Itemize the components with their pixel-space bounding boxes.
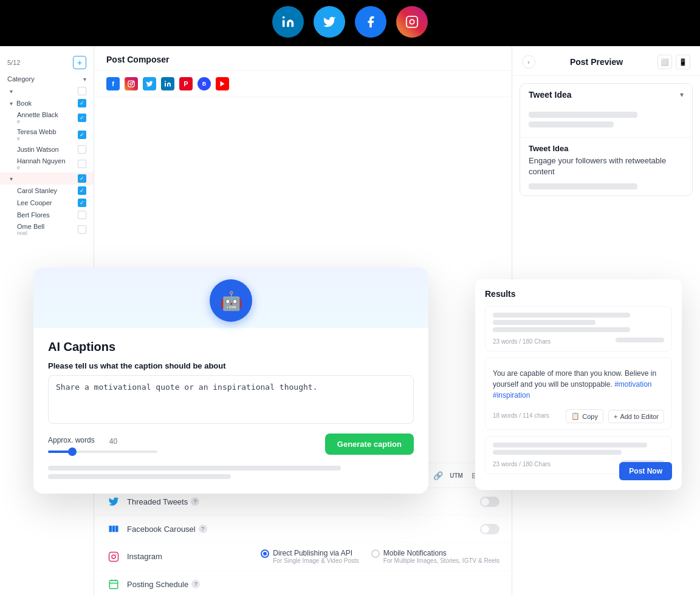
- list-item[interactable]: Bert Flores: [0, 209, 94, 221]
- tweet-idea-body: [520, 106, 692, 137]
- ai-form-label: Please tell us what the caption should b…: [48, 361, 414, 370]
- item-checkbox[interactable]: [78, 114, 86, 122]
- list-item[interactable]: Justin Watson: [0, 143, 94, 155]
- list-item[interactable]: ▾ Book: [0, 97, 94, 109]
- placeholder-line: [493, 443, 647, 447]
- item-expand: ▾: [10, 100, 13, 107]
- facebook-carousel-help[interactable]: ?: [199, 525, 207, 533]
- item-checkbox[interactable]: [78, 186, 86, 195]
- instagram-icon[interactable]: [396, 6, 428, 38]
- platform-buffer[interactable]: B: [197, 77, 211, 90]
- tweet-idea-card: Tweet Idea ▾ Tweet Idea Engage your foll…: [520, 83, 693, 196]
- panel-expand-btn[interactable]: ›: [522, 55, 535, 69]
- ai-robot-icon: 🤖: [210, 279, 252, 322]
- ai-captions-title: AI Captions: [48, 340, 115, 353]
- platform-pinterest[interactable]: P: [179, 77, 193, 90]
- instagram-label: Instagram: [127, 552, 251, 561]
- mobile-preview-btn[interactable]: 📱: [676, 55, 690, 69]
- item-checkbox[interactable]: [78, 160, 86, 168]
- ai-words-section: Approx. words 40: [48, 436, 325, 453]
- direct-publishing-radio[interactable]: [261, 549, 269, 558]
- item-checkbox[interactable]: [78, 174, 86, 183]
- instagram-feature-icon: [106, 549, 121, 564]
- platform-linkedin[interactable]: [161, 77, 174, 90]
- placeholder-line: [529, 121, 614, 127]
- ai-caption-textarea[interactable]: Share a motivational quote or an inspira…: [48, 375, 414, 424]
- mobile-notifications-radio[interactable]: [371, 549, 380, 558]
- mobile-notifications-sub: For Multiple Images, Stories, IGTV & Ree…: [383, 557, 499, 564]
- item-checkbox[interactable]: [78, 199, 86, 207]
- direct-publishing-option[interactable]: Direct Publishing via API For Single Ima…: [261, 549, 359, 564]
- add-to-editor-button[interactable]: + Add to Editor: [608, 410, 664, 423]
- threaded-tweets-help[interactable]: ?: [191, 497, 199, 506]
- sidebar-add-button[interactable]: +: [73, 56, 86, 69]
- svg-rect-8: [115, 526, 118, 532]
- item-expand: ▾: [10, 175, 13, 182]
- post-composer-title: Post Composer: [106, 55, 169, 64]
- sidebar-category[interactable]: Category ▾: [0, 73, 94, 85]
- ai-captions-modal: 🤖 AI Captions Please tell us what the ca…: [33, 267, 428, 494]
- item-checkbox[interactable]: [78, 99, 86, 107]
- list-item[interactable]: ▾: [0, 85, 94, 97]
- list-item[interactable]: Teresa Webb e: [0, 126, 94, 143]
- twitter-icon[interactable]: [314, 6, 345, 38]
- list-item[interactable]: ▾: [0, 172, 94, 185]
- post-now-button[interactable]: Post Now: [619, 462, 672, 480]
- item-label: Teresa Webb: [17, 128, 57, 135]
- mobile-notifications-label: Mobile Notifications: [383, 549, 499, 557]
- link-icon[interactable]: 🔗: [431, 469, 445, 482]
- words-slider[interactable]: [48, 450, 157, 453]
- placeholder-line: [48, 466, 341, 471]
- threaded-tweets-toggle[interactable]: [480, 497, 499, 507]
- generate-caption-button[interactable]: Generate caption: [325, 433, 414, 455]
- tweet-idea-content-title: Tweet Idea: [529, 144, 684, 153]
- item-checkbox[interactable]: [78, 131, 86, 139]
- copy-button[interactable]: 📋 Copy: [566, 409, 603, 423]
- facebook-icon[interactable]: [355, 6, 386, 38]
- svg-point-4: [132, 82, 133, 83]
- placeholder-line: [48, 474, 231, 479]
- facebook-carousel-toggle[interactable]: [480, 524, 499, 534]
- list-item[interactable]: Hannah Nguyen e: [0, 155, 94, 172]
- placeholder-line: [493, 320, 595, 325]
- tweet-idea-header[interactable]: Tweet Idea ▾: [520, 84, 692, 106]
- platform-facebook[interactable]: f: [106, 77, 120, 90]
- preview-icons-group: ⬜ 📱: [657, 55, 690, 69]
- svg-rect-9: [109, 552, 118, 561]
- mobile-notifications-option[interactable]: Mobile Notifications For Multiple Images…: [371, 549, 499, 564]
- platform-youtube[interactable]: [216, 77, 229, 90]
- list-item[interactable]: Ome Bell nnel: [0, 221, 94, 238]
- linkedin-icon[interactable]: [272, 6, 304, 38]
- item-checkbox[interactable]: [78, 225, 86, 234]
- item-label: Justin Watson: [17, 146, 59, 153]
- tweet-idea-description: Engage your followers with retweetable c…: [529, 155, 684, 177]
- desktop-preview-btn[interactable]: ⬜: [657, 55, 672, 69]
- platform-instagram[interactable]: [125, 77, 138, 90]
- item-checkbox[interactable]: [78, 87, 86, 95]
- item-sub: nnel: [17, 230, 44, 236]
- posting-schedule-label: Posting Schedule ?: [127, 580, 499, 589]
- add-icon: +: [614, 413, 617, 420]
- tweet-idea-footer-line: [529, 183, 637, 189]
- posting-schedule-help[interactable]: ?: [191, 580, 200, 588]
- list-item[interactable]: Annette Black e: [0, 109, 94, 126]
- ai-captions-bg: 🤖: [33, 267, 428, 328]
- utm-icon[interactable]: UTM: [450, 469, 463, 482]
- posting-schedule-icon: [106, 577, 121, 591]
- svg-marker-5: [221, 81, 225, 87]
- item-label: Carol Stanley: [17, 187, 57, 194]
- direct-publishing-sub: For Single Image & Video Posts: [273, 557, 359, 564]
- platform-twitter[interactable]: [143, 77, 156, 90]
- facebook-carousel-label: Facebook Carousel ?: [127, 525, 480, 534]
- list-item[interactable]: Carol Stanley: [0, 185, 94, 197]
- instagram-options: Direct Publishing via API For Single Ima…: [261, 549, 499, 564]
- add-label: Add to Editor: [620, 413, 659, 420]
- ai-form-bottom: Approx. words 40 Generate caption: [48, 433, 414, 455]
- sidebar-count: 5/12: [7, 59, 20, 66]
- item-checkbox[interactable]: [78, 145, 86, 154]
- list-item[interactable]: Lee Cooper: [0, 197, 94, 209]
- threaded-tweets-label: Threaded Tweets ?: [127, 497, 480, 506]
- slider-container: [48, 450, 325, 453]
- item-checkbox[interactable]: [78, 211, 86, 219]
- copy-label: Copy: [582, 413, 598, 420]
